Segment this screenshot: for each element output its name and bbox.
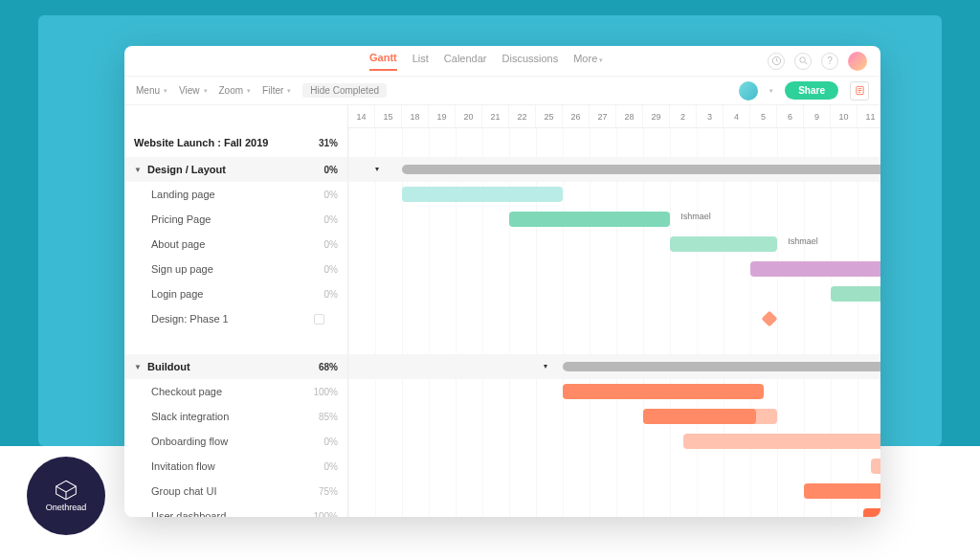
- task-progress: 75%: [303, 486, 338, 497]
- group-name: Buildout: [147, 361, 190, 372]
- summary-bar[interactable]: [563, 362, 880, 371]
- gantt-group-row: ▾: [348, 354, 880, 379]
- task-row[interactable]: Slack integration85%: [124, 404, 347, 429]
- task-bar[interactable]: [402, 187, 563, 202]
- date-cell: 27: [590, 105, 616, 127]
- history-icon[interactable]: [768, 53, 785, 70]
- date-cell: 2: [670, 105, 697, 127]
- task-row[interactable]: Landing page0%: [124, 182, 347, 207]
- tab-more[interactable]: More: [573, 53, 603, 70]
- gantt-task-row: Ishmael: [348, 207, 880, 232]
- task-name: User dashboard: [151, 510, 226, 517]
- app-window: GanttListCalendarDiscussionsMore ? Menu …: [124, 46, 880, 517]
- task-progress: 0%: [303, 437, 338, 447]
- gantt-task-row: [348, 306, 880, 331]
- task-row[interactable]: About page0%: [124, 232, 347, 257]
- task-bar[interactable]: [871, 459, 880, 474]
- assignee-avatar[interactable]: [739, 81, 758, 101]
- cube-icon: [54, 480, 78, 501]
- task-name: Checkout page: [151, 386, 222, 397]
- tab-calendar[interactable]: Calendar: [444, 53, 487, 70]
- collapse-caret-icon[interactable]: ▼: [134, 166, 144, 174]
- tab-discussions[interactable]: Discussions: [502, 53, 559, 70]
- task-row[interactable]: User dashboard100%: [124, 504, 347, 517]
- task-progress: 0%: [303, 214, 338, 225]
- task-bar[interactable]: [831, 286, 880, 302]
- collapse-caret-icon[interactable]: ▼: [134, 363, 144, 371]
- toolbar: Menu View Zoom Filter Hide Completed ▾ S…: [124, 77, 880, 105]
- date-cell: 14: [348, 105, 375, 127]
- date-cell: 5: [750, 105, 777, 127]
- milestone-checkbox[interactable]: [314, 314, 324, 325]
- task-progress: 0%: [303, 190, 338, 200]
- gantt-task-row: [348, 257, 880, 281]
- project-row[interactable]: Website Launch : Fall 2019 31%: [124, 128, 347, 157]
- timeline-header: 141518192021222526272829234569101112: [348, 105, 880, 128]
- task-name: Invitation flow: [151, 460, 215, 472]
- task-name: Design: Phase 1: [151, 313, 229, 325]
- task-bar[interactable]: [683, 434, 880, 449]
- task-bar[interactable]: [563, 384, 764, 399]
- main-area: Website Launch : Fall 2019 31% ▼Design /…: [124, 105, 880, 517]
- help-icon[interactable]: ?: [821, 53, 838, 70]
- task-row[interactable]: Pricing Page0%: [124, 207, 347, 232]
- summary-bar[interactable]: [402, 165, 880, 174]
- task-name: Sign up page: [151, 263, 213, 275]
- task-progress: 100%: [303, 387, 338, 397]
- task-bar[interactable]: [509, 212, 670, 227]
- task-progress: 0%: [303, 461, 338, 472]
- hide-completed-toggle[interactable]: Hide Completed: [302, 83, 387, 98]
- zoom-dropdown[interactable]: Zoom: [219, 85, 252, 96]
- assignee-label: Ishmael: [680, 212, 711, 221]
- date-cell: 10: [831, 105, 858, 127]
- menu-dropdown[interactable]: Menu: [136, 85, 167, 96]
- share-button[interactable]: Share: [785, 81, 838, 100]
- task-bar[interactable]: [750, 261, 880, 277]
- task-row[interactable]: Checkout page100%: [124, 379, 347, 404]
- date-cell: 29: [643, 105, 670, 127]
- tab-list[interactable]: List: [412, 53, 429, 70]
- group-progress: 0%: [303, 165, 338, 175]
- task-name: Slack integration: [151, 411, 229, 422]
- gantt-task-row: [348, 479, 880, 504]
- gantt-chart[interactable]: 141518192021222526272829234569101112 ▾Is…: [348, 105, 880, 517]
- tab-gantt[interactable]: Gantt: [369, 52, 397, 71]
- task-progress: 0%: [303, 239, 338, 250]
- task-row[interactable]: Design: Phase 1: [124, 306, 347, 331]
- milestone-diamond[interactable]: [762, 311, 778, 327]
- page-background: GanttListCalendarDiscussionsMore ? Menu …: [0, 0, 980, 560]
- filter-dropdown[interactable]: Filter: [262, 85, 291, 96]
- gantt-task-row: [348, 281, 880, 306]
- user-avatar[interactable]: [848, 52, 867, 71]
- task-name: Login page: [151, 288, 203, 300]
- task-row[interactable]: Login page0%: [124, 281, 347, 306]
- chevron-down-icon: ▾: [769, 87, 773, 95]
- project-title: Website Launch : Fall 2019: [134, 137, 268, 148]
- date-cell: 3: [697, 105, 724, 127]
- task-row[interactable]: Sign up page0%: [124, 257, 347, 281]
- gantt-task-row: [348, 504, 880, 517]
- group-progress: 68%: [303, 362, 338, 372]
- date-cell: 9: [804, 105, 831, 127]
- task-name: Landing page: [151, 189, 215, 200]
- date-cell: 22: [509, 105, 536, 127]
- group-row[interactable]: ▼Buildout68%: [124, 354, 347, 379]
- gantt-task-row: [348, 454, 880, 479]
- task-progress: 100%: [303, 511, 338, 518]
- task-bar[interactable]: [670, 236, 777, 252]
- svg-point-1: [799, 57, 805, 63]
- date-cell: 28: [616, 105, 643, 127]
- date-cell: 18: [402, 105, 429, 127]
- view-dropdown[interactable]: View: [179, 85, 208, 96]
- task-row[interactable]: Onboarding flow0%: [124, 429, 347, 454]
- task-bar[interactable]: [643, 409, 756, 424]
- gantt-task-row: [348, 404, 880, 429]
- group-row[interactable]: ▼Design / Layout0%: [124, 157, 347, 182]
- search-icon[interactable]: [794, 53, 812, 70]
- task-sidebar: Website Launch : Fall 2019 31% ▼Design /…: [124, 105, 348, 517]
- task-row[interactable]: Group chat UI75%: [124, 479, 347, 504]
- export-icon[interactable]: [850, 81, 869, 101]
- task-row[interactable]: Invitation flow0%: [124, 454, 347, 479]
- assignee-label: Ishmael: [788, 236, 818, 246]
- task-bar[interactable]: [804, 483, 880, 499]
